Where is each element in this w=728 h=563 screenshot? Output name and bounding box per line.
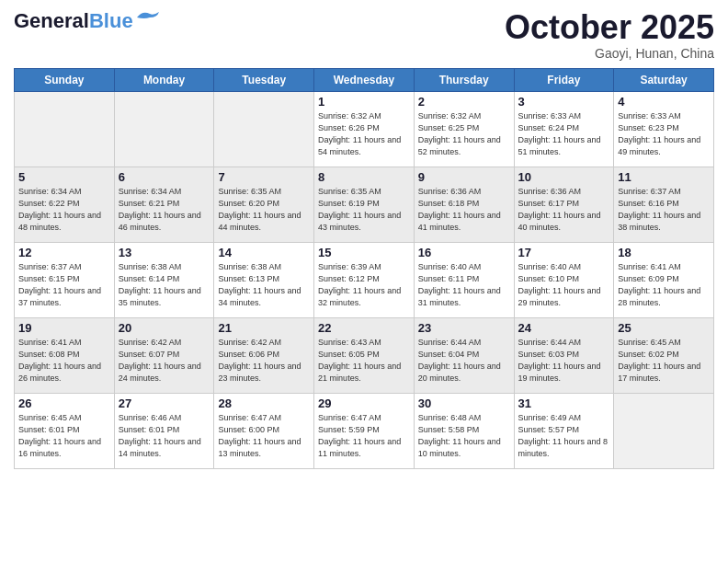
week-row-2: 5Sunrise: 6:34 AMSunset: 6:22 PMDaylight… xyxy=(15,167,714,242)
day-info: Sunrise: 6:48 AMSunset: 5:58 PMDaylight:… xyxy=(418,412,510,460)
day-info: Sunrise: 6:37 AMSunset: 6:16 PMDaylight:… xyxy=(618,186,710,234)
calendar-cell xyxy=(15,91,115,167)
day-info: Sunrise: 6:46 AMSunset: 6:01 PMDaylight:… xyxy=(119,412,210,460)
calendar-cell: 4Sunrise: 6:33 AMSunset: 6:23 PMDaylight… xyxy=(614,91,714,167)
calendar-cell: 14Sunrise: 6:38 AMSunset: 6:13 PMDayligh… xyxy=(214,242,314,317)
calendar-cell: 21Sunrise: 6:42 AMSunset: 6:06 PMDayligh… xyxy=(214,317,314,393)
calendar-cell: 1Sunrise: 6:32 AMSunset: 6:26 PMDaylight… xyxy=(314,91,415,167)
month-title: October 2025 xyxy=(505,9,714,46)
weekday-header-friday: Friday xyxy=(514,68,614,91)
calendar-cell: 9Sunrise: 6:36 AMSunset: 6:18 PMDaylight… xyxy=(414,167,514,242)
week-row-3: 12Sunrise: 6:37 AMSunset: 6:15 PMDayligh… xyxy=(15,242,714,317)
day-number: 22 xyxy=(318,321,410,335)
day-number: 28 xyxy=(218,396,310,410)
day-info: Sunrise: 6:35 AMSunset: 6:19 PMDaylight:… xyxy=(318,186,410,234)
day-info: Sunrise: 6:33 AMSunset: 6:23 PMDaylight:… xyxy=(618,110,710,158)
day-number: 13 xyxy=(119,246,210,259)
day-number: 14 xyxy=(218,246,310,259)
week-row-5: 26Sunrise: 6:45 AMSunset: 6:01 PMDayligh… xyxy=(15,393,714,468)
day-number: 24 xyxy=(518,321,610,335)
calendar-cell: 29Sunrise: 6:47 AMSunset: 5:59 PMDayligh… xyxy=(314,393,415,468)
calendar-cell: 11Sunrise: 6:37 AMSunset: 6:16 PMDayligh… xyxy=(614,167,714,242)
calendar-cell xyxy=(614,393,714,468)
calendar: SundayMondayTuesdayWednesdayThursdayFrid… xyxy=(14,68,714,469)
day-info: Sunrise: 6:44 AMSunset: 6:04 PMDaylight:… xyxy=(418,337,510,385)
calendar-cell: 2Sunrise: 6:32 AMSunset: 6:25 PMDaylight… xyxy=(414,91,514,167)
day-number: 7 xyxy=(218,170,310,184)
day-info: Sunrise: 6:49 AMSunset: 5:57 PMDaylight:… xyxy=(518,412,610,460)
weekday-header-sunday: Sunday xyxy=(15,68,115,91)
day-info: Sunrise: 6:42 AMSunset: 6:06 PMDaylight:… xyxy=(218,337,310,385)
week-row-1: 1Sunrise: 6:32 AMSunset: 6:26 PMDaylight… xyxy=(15,91,714,167)
day-number: 12 xyxy=(18,246,110,259)
day-number: 26 xyxy=(18,396,110,410)
day-number: 1 xyxy=(318,95,410,109)
calendar-cell: 27Sunrise: 6:46 AMSunset: 6:01 PMDayligh… xyxy=(114,393,214,468)
header: GeneralBlue October 2025 Gaoyi, Hunan, C… xyxy=(14,9,714,61)
day-info: Sunrise: 6:43 AMSunset: 6:05 PMDaylight:… xyxy=(318,337,410,385)
calendar-cell xyxy=(114,91,214,167)
day-number: 20 xyxy=(119,321,210,335)
logo: GeneralBlue xyxy=(14,9,161,33)
day-number: 17 xyxy=(518,246,610,259)
logo-bird-icon xyxy=(135,8,161,27)
day-info: Sunrise: 6:32 AMSunset: 6:25 PMDaylight:… xyxy=(418,110,510,158)
calendar-cell: 19Sunrise: 6:41 AMSunset: 6:08 PMDayligh… xyxy=(15,317,115,393)
page: GeneralBlue October 2025 Gaoyi, Hunan, C… xyxy=(0,0,728,478)
day-info: Sunrise: 6:38 AMSunset: 6:13 PMDaylight:… xyxy=(218,261,310,309)
calendar-cell: 13Sunrise: 6:38 AMSunset: 6:14 PMDayligh… xyxy=(114,242,214,317)
calendar-cell: 12Sunrise: 6:37 AMSunset: 6:15 PMDayligh… xyxy=(15,242,115,317)
calendar-cell: 3Sunrise: 6:33 AMSunset: 6:24 PMDaylight… xyxy=(514,91,614,167)
week-row-4: 19Sunrise: 6:41 AMSunset: 6:08 PMDayligh… xyxy=(15,317,714,393)
calendar-cell: 18Sunrise: 6:41 AMSunset: 6:09 PMDayligh… xyxy=(614,242,714,317)
weekday-header-wednesday: Wednesday xyxy=(314,68,415,91)
day-number: 23 xyxy=(418,321,510,335)
day-info: Sunrise: 6:44 AMSunset: 6:03 PMDaylight:… xyxy=(518,337,610,385)
day-info: Sunrise: 6:42 AMSunset: 6:07 PMDaylight:… xyxy=(119,337,210,385)
day-info: Sunrise: 6:37 AMSunset: 6:15 PMDaylight:… xyxy=(18,261,110,309)
calendar-cell: 26Sunrise: 6:45 AMSunset: 6:01 PMDayligh… xyxy=(15,393,115,468)
weekday-header-thursday: Thursday xyxy=(414,68,514,91)
day-info: Sunrise: 6:36 AMSunset: 6:17 PMDaylight:… xyxy=(518,186,610,234)
day-number: 16 xyxy=(418,246,510,259)
calendar-cell: 5Sunrise: 6:34 AMSunset: 6:22 PMDaylight… xyxy=(15,167,115,242)
day-number: 5 xyxy=(18,170,110,184)
day-number: 25 xyxy=(618,321,710,335)
calendar-cell: 24Sunrise: 6:44 AMSunset: 6:03 PMDayligh… xyxy=(514,317,614,393)
day-number: 30 xyxy=(418,396,510,410)
day-info: Sunrise: 6:45 AMSunset: 6:02 PMDaylight:… xyxy=(618,337,710,385)
day-number: 4 xyxy=(618,95,710,109)
calendar-cell xyxy=(214,91,314,167)
calendar-cell: 10Sunrise: 6:36 AMSunset: 6:17 PMDayligh… xyxy=(514,167,614,242)
day-number: 29 xyxy=(318,396,410,410)
day-number: 6 xyxy=(119,170,210,184)
day-number: 9 xyxy=(418,170,510,184)
day-number: 31 xyxy=(518,396,610,410)
calendar-cell: 20Sunrise: 6:42 AMSunset: 6:07 PMDayligh… xyxy=(114,317,214,393)
calendar-cell: 28Sunrise: 6:47 AMSunset: 6:00 PMDayligh… xyxy=(214,393,314,468)
calendar-cell: 15Sunrise: 6:39 AMSunset: 6:12 PMDayligh… xyxy=(314,242,415,317)
calendar-cell: 31Sunrise: 6:49 AMSunset: 5:57 PMDayligh… xyxy=(514,393,614,468)
day-number: 21 xyxy=(218,321,310,335)
day-number: 2 xyxy=(418,95,510,109)
day-number: 3 xyxy=(518,95,610,109)
calendar-cell: 7Sunrise: 6:35 AMSunset: 6:20 PMDaylight… xyxy=(214,167,314,242)
day-info: Sunrise: 6:32 AMSunset: 6:26 PMDaylight:… xyxy=(318,110,410,158)
calendar-cell: 30Sunrise: 6:48 AMSunset: 5:58 PMDayligh… xyxy=(414,393,514,468)
day-info: Sunrise: 6:45 AMSunset: 6:01 PMDaylight:… xyxy=(18,412,110,460)
day-info: Sunrise: 6:41 AMSunset: 6:08 PMDaylight:… xyxy=(18,337,110,385)
day-number: 15 xyxy=(318,246,410,259)
day-info: Sunrise: 6:47 AMSunset: 6:00 PMDaylight:… xyxy=(218,412,310,460)
calendar-cell: 23Sunrise: 6:44 AMSunset: 6:04 PMDayligh… xyxy=(414,317,514,393)
day-info: Sunrise: 6:38 AMSunset: 6:14 PMDaylight:… xyxy=(119,261,210,309)
day-info: Sunrise: 6:40 AMSunset: 6:11 PMDaylight:… xyxy=(418,261,510,309)
day-number: 10 xyxy=(518,170,610,184)
day-info: Sunrise: 6:34 AMSunset: 6:22 PMDaylight:… xyxy=(18,186,110,234)
weekday-header-row: SundayMondayTuesdayWednesdayThursdayFrid… xyxy=(15,68,714,91)
day-info: Sunrise: 6:39 AMSunset: 6:12 PMDaylight:… xyxy=(318,261,410,309)
day-number: 19 xyxy=(18,321,110,335)
weekday-header-tuesday: Tuesday xyxy=(214,68,314,91)
day-info: Sunrise: 6:34 AMSunset: 6:21 PMDaylight:… xyxy=(119,186,210,234)
day-info: Sunrise: 6:47 AMSunset: 5:59 PMDaylight:… xyxy=(318,412,410,460)
day-number: 11 xyxy=(618,170,710,184)
